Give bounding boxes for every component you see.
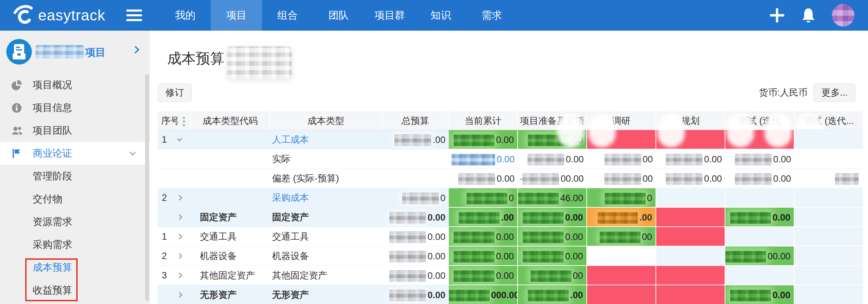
table-row[interactable]: 1人工成本.000.00.00 (158, 130, 864, 149)
value-text: 0 (509, 193, 514, 203)
cost-type-cell: 固定资产 (270, 208, 382, 227)
sidebar-item-成本预算[interactable]: 成本预算 (0, 256, 150, 279)
column-header-序号[interactable]: 序号 (158, 112, 177, 130)
cost-type-code-cell (191, 169, 270, 188)
chevron-down-icon[interactable] (129, 149, 136, 155)
column-header-项目准备及立项[interactable]: 项目准备及立项 (518, 112, 587, 130)
nav-tab-知识[interactable]: 知识 (415, 0, 466, 31)
easytrack-logo-icon (10, 4, 35, 26)
budget-value-cell: .00 (382, 130, 449, 149)
nav-tab-我的[interactable]: 我的 (160, 0, 211, 31)
sidebar-item-项目团队[interactable]: 项目团队 (0, 119, 150, 142)
sidebar-item-label: 项目团队 (33, 124, 72, 138)
nav-tab-项目[interactable]: 项目 (211, 0, 262, 31)
value-text: 000.00 (491, 290, 518, 300)
chevron-right-icon[interactable] (177, 292, 182, 298)
cost-budget-table: 序号成本类型代码成本类型总预算当前累计项目准备及立项调研规划测试 (迭代测试 (… (158, 112, 864, 304)
chevron-right-icon[interactable] (177, 234, 182, 240)
project-header[interactable]: 项目 (0, 31, 150, 74)
value-text: 00 (642, 232, 652, 242)
value-text: 00.00 (768, 251, 791, 261)
revise-button[interactable]: 修订 (158, 83, 192, 102)
budget-value-cell: 46.00 (518, 188, 587, 208)
table-row[interactable]: 1交通工具交通工具0.000.000.0000 (158, 227, 864, 246)
value-text: .00 (501, 212, 514, 223)
chevron-down-icon[interactable] (177, 136, 182, 142)
row-expand-cell (177, 208, 191, 227)
more-button[interactable]: 更多... (814, 83, 855, 102)
table-row[interactable]: 实际0.000.00000.000.00 (158, 149, 864, 169)
column-header-成本类型[interactable]: 成本类型 (270, 112, 382, 130)
column-options-dots-icon[interactable] (183, 117, 185, 126)
redacted-value-block (730, 212, 771, 224)
table-row[interactable]: 偏差 (实际-预算)0.00-00.00000.000.00 (158, 169, 864, 188)
chevron-right-icon[interactable] (177, 253, 182, 259)
table-row[interactable]: 3其他固定资产其他固定资产0.000.0000 (158, 266, 864, 285)
budget-value-cell (587, 246, 656, 266)
sidebar-item-管理阶段[interactable]: 管理阶段 (0, 165, 150, 188)
cost-type-link[interactable]: 人工成本 (272, 134, 309, 145)
column-header-options[interactable] (177, 112, 191, 130)
page: easytrack 我的项目组合团队项目群知识需求 (0, 0, 868, 304)
sidebar-item-label: 项目概况 (33, 78, 72, 92)
project-sidebar: 项目 项目概况项目信息项目团队商业论证管理阶段交付物资源需求采购需求成本预算收益… (0, 31, 150, 304)
sidebar-item-交付物[interactable]: 交付物 (0, 188, 150, 210)
sidebar-item-项目信息[interactable]: 项目信息 (0, 96, 150, 119)
budget-value-cell: 0.00 (725, 169, 794, 188)
chevron-right-icon[interactable] (177, 195, 182, 201)
sidebar-item-采购需求[interactable]: 采购需求 (0, 233, 150, 256)
table-row[interactable]: 无形资产无形资产0.00000.00.000.00 (158, 285, 864, 304)
cost-type-cell: 人工成本 (270, 130, 382, 149)
table-row[interactable]: 2采购成本0046.000 (158, 188, 864, 208)
project-expand-chevron-icon[interactable] (132, 46, 140, 54)
create-plus-icon[interactable] (769, 7, 785, 23)
nav-tab-项目群[interactable]: 项目群 (364, 0, 415, 31)
budget-value-cell (794, 246, 864, 266)
value-text: 0 (647, 193, 652, 203)
value-text: 0.00 (704, 174, 722, 184)
sidebar-item-资源需求[interactable]: 资源需求 (0, 210, 150, 233)
info-icon (11, 102, 23, 114)
redacted-value-block (389, 251, 426, 262)
menu-hamburger-icon[interactable] (126, 10, 142, 21)
cost-type-code-cell: 机器设备 (191, 246, 270, 266)
sidebar-item-收益预算[interactable]: 收益预算 (0, 279, 150, 302)
budget-value-cell: 0.00 (382, 227, 449, 246)
row-number: 1 (158, 130, 177, 149)
project-name-redacted (35, 45, 84, 59)
chevron-right-icon[interactable] (177, 214, 182, 220)
column-header-测试 (迭代[interactable]: 测试 (迭代 (725, 112, 794, 130)
nav-tab-需求[interactable]: 需求 (466, 0, 517, 31)
budget-value-cell (794, 188, 864, 208)
sidebar-item-项目概况[interactable]: 项目概况 (0, 74, 150, 96)
sidebar-scrollbar[interactable] (145, 74, 149, 301)
column-header-测试 (迭代...[interactable]: 测试 (迭代... (794, 112, 864, 130)
budget-value-cell (656, 208, 725, 227)
nav-tab-团队[interactable]: 团队 (313, 0, 364, 31)
notifications-bell-icon[interactable] (800, 7, 817, 24)
cost-type-link[interactable]: 采购成本 (272, 193, 309, 203)
nav-tab-组合[interactable]: 组合 (262, 0, 313, 31)
value-text: 0.00 (773, 174, 791, 184)
column-header-总预算[interactable]: 总预算 (382, 112, 449, 130)
budget-value-cell: 0.00 (518, 208, 587, 227)
column-header-当前累计[interactable]: 当前累计 (449, 112, 518, 130)
redacted-value-block (459, 212, 500, 224)
table-row[interactable]: 2机器设备机器设备0.000.000.0000.00 (158, 246, 864, 266)
budget-value-cell: 00 (587, 149, 656, 169)
column-header-成本类型代码[interactable]: 成本类型代码 (191, 112, 270, 130)
redacted-value-block (449, 290, 490, 301)
user-avatar[interactable] (832, 4, 854, 27)
chevron-right-icon[interactable] (177, 273, 182, 278)
column-header-调研[interactable]: 调研 (587, 112, 656, 130)
sidebar-item-label: 项目信息 (33, 101, 72, 115)
table-row[interactable]: 固定资产固定资产0.00.000.00.000.00 (158, 208, 864, 227)
redacted-value-block (454, 134, 494, 146)
redacted-value-block (389, 290, 426, 301)
redacted-value-block (454, 251, 494, 262)
column-header-规划[interactable]: 规划 (656, 112, 725, 130)
sidebar-item-商业论证[interactable]: 商业论证 (0, 142, 150, 165)
brand-logo[interactable]: easytrack (10, 4, 105, 26)
redacted-value-block (389, 231, 426, 243)
budget-value-cell: .00 (587, 208, 656, 227)
